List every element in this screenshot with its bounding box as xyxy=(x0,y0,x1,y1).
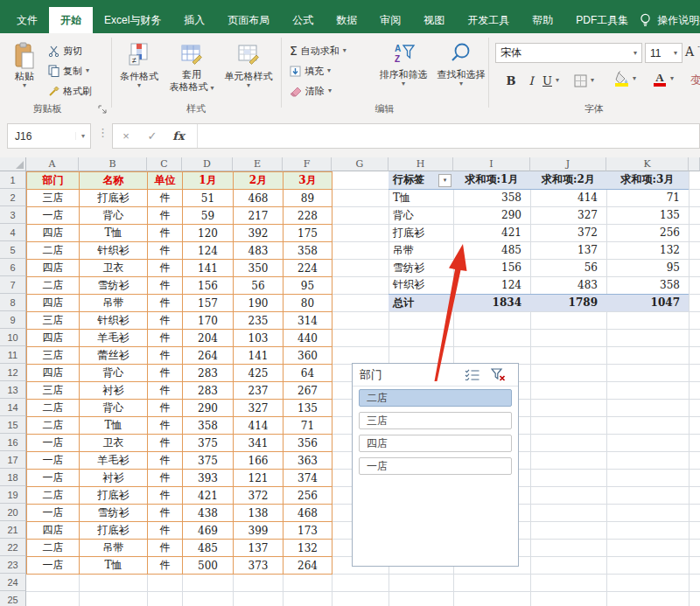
tab-insert[interactable]: 插入 xyxy=(172,7,216,33)
cell[interactable]: 71 xyxy=(606,189,689,206)
cell[interactable]: 141 xyxy=(183,260,234,277)
row-header-5[interactable]: 5 xyxy=(0,241,26,259)
cell[interactable]: 173 xyxy=(284,522,332,540)
row-header-19[interactable]: 19 xyxy=(0,486,26,504)
cell[interactable]: 204 xyxy=(183,330,234,347)
cell[interactable]: 件 xyxy=(148,190,183,207)
cell[interactable]: 雪纺衫 xyxy=(80,277,148,295)
cell[interactable]: 141 xyxy=(234,347,284,365)
tab-home[interactable]: 开始 xyxy=(49,7,93,33)
col-header-A[interactable]: A xyxy=(26,157,79,171)
row-header-10[interactable]: 10 xyxy=(0,329,26,346)
fill-color-button[interactable]: ▾ xyxy=(614,70,636,87)
slicer-department[interactable]: 部门 二店三店四店一店 xyxy=(352,363,519,567)
cell[interactable]: 蕾丝衫 xyxy=(80,347,148,365)
cell[interactable]: 64 xyxy=(284,365,332,382)
tab-page-layout[interactable]: 页面布局 xyxy=(216,7,281,33)
row-header-2[interactable]: 2 xyxy=(0,189,26,206)
col-header-B[interactable]: B xyxy=(79,157,147,171)
cell[interactable]: 483 xyxy=(234,242,284,260)
cell[interactable]: 290 xyxy=(453,206,530,224)
cell[interactable]: 80 xyxy=(284,295,332,312)
cell[interactable]: 124 xyxy=(453,276,530,294)
cell[interactable]: 190 xyxy=(234,295,284,312)
col-header-partial[interactable] xyxy=(689,157,700,171)
slicer-item[interactable]: 三店 xyxy=(359,412,512,429)
cell[interactable]: 124 xyxy=(183,242,234,260)
cell[interactable]: 421 xyxy=(453,224,530,241)
cell[interactable]: 二店 xyxy=(27,242,80,260)
row-header-12[interactable]: 12 xyxy=(0,364,26,381)
table-header-cell[interactable]: 3月 xyxy=(284,172,332,190)
col-header-H[interactable]: H xyxy=(388,157,453,171)
row-header-24[interactable]: 24 xyxy=(0,574,26,591)
cell[interactable]: 背心 xyxy=(80,207,148,225)
cell[interactable]: T恤 xyxy=(80,557,148,575)
pivot-header-cell[interactable]: 求和项:2月 xyxy=(530,171,606,189)
cell[interactable]: 件 xyxy=(148,505,183,522)
cell[interactable]: 卫衣 xyxy=(80,435,148,452)
tab-file[interactable]: 文件 xyxy=(5,7,49,33)
font-name-combobox[interactable]: 宋体 ▾ xyxy=(495,43,642,63)
select-all-corner[interactable] xyxy=(0,157,26,171)
cell[interactable]: 羊毛衫 xyxy=(80,330,148,347)
cell[interactable]: 四店 xyxy=(27,522,80,540)
cell[interactable]: 雪纺衫 xyxy=(388,259,453,276)
cell[interactable]: 137 xyxy=(530,241,606,259)
col-header-G[interactable]: G xyxy=(332,157,388,171)
row-header-18[interactable]: 18 xyxy=(0,469,26,486)
cell[interactable]: 71 xyxy=(284,417,332,435)
cell[interactable]: 137 xyxy=(234,540,284,557)
row-header-22[interactable]: 22 xyxy=(0,539,26,556)
cell[interactable]: 135 xyxy=(284,400,332,417)
cell[interactable]: 四店 xyxy=(27,295,80,312)
cell[interactable]: 358 xyxy=(453,189,530,206)
row-header-25[interactable]: 25 xyxy=(0,591,26,606)
tell-me-search[interactable]: 操作说明搜索 xyxy=(640,7,700,33)
cell[interactable]: 414 xyxy=(530,189,606,206)
cell[interactable]: 132 xyxy=(606,241,689,259)
fill-button[interactable]: 填充 ▾ xyxy=(290,62,331,80)
grow-font-button[interactable]: Aˆ xyxy=(685,43,700,60)
row-header-21[interactable]: 21 xyxy=(0,521,26,539)
cell[interactable]: 总计 xyxy=(388,294,453,311)
slicer-multiselect-icon[interactable] xyxy=(465,368,480,380)
cell[interactable]: 件 xyxy=(148,277,183,295)
cell[interactable]: 56 xyxy=(530,259,606,276)
sort-filter-button[interactable]: AZ 排序和筛选 ▾ xyxy=(371,40,436,87)
table-header-cell[interactable]: 名称 xyxy=(80,172,148,190)
cell[interactable]: 打底衫 xyxy=(388,224,453,241)
row-header-8[interactable]: 8 xyxy=(0,294,26,311)
cell[interactable]: 一店 xyxy=(27,470,80,487)
cell[interactable]: 283 xyxy=(183,382,234,400)
cell[interactable]: 件 xyxy=(148,487,183,505)
slicer-clear-filter-icon[interactable] xyxy=(491,368,506,381)
cell[interactable]: 170 xyxy=(183,312,234,330)
cell[interactable]: 132 xyxy=(284,540,332,557)
cell[interactable]: 件 xyxy=(148,207,183,225)
cell[interactable]: 一店 xyxy=(27,207,80,225)
cell[interactable]: 四店 xyxy=(27,260,80,277)
cell[interactable]: 针织衫 xyxy=(388,276,453,294)
cell[interactable]: 175 xyxy=(284,225,332,242)
row-header-14[interactable]: 14 xyxy=(0,399,26,416)
cell[interactable]: 打底衫 xyxy=(80,190,148,207)
pivot-header-cell[interactable]: 求和项:3月 xyxy=(606,171,689,189)
cell[interactable]: 三店 xyxy=(27,382,80,400)
cell[interactable]: 374 xyxy=(284,470,332,487)
row-header-20[interactable]: 20 xyxy=(0,504,26,521)
cell[interactable]: 483 xyxy=(530,276,606,294)
cell[interactable]: T恤 xyxy=(80,225,148,242)
cell[interactable]: 290 xyxy=(183,400,234,417)
cell[interactable]: 485 xyxy=(453,241,530,259)
cell[interactable]: 350 xyxy=(234,260,284,277)
row-header-13[interactable]: 13 xyxy=(0,381,26,399)
cell[interactable]: 件 xyxy=(148,365,183,382)
cell[interactable]: 件 xyxy=(148,242,183,260)
cell[interactable]: 157 xyxy=(183,295,234,312)
cell[interactable]: 吊带 xyxy=(388,241,453,259)
row-header-6[interactable]: 6 xyxy=(0,259,26,276)
enter-button[interactable]: ✓ xyxy=(139,129,165,143)
col-header-I[interactable]: I xyxy=(453,157,530,171)
cell[interactable]: 264 xyxy=(284,557,332,575)
